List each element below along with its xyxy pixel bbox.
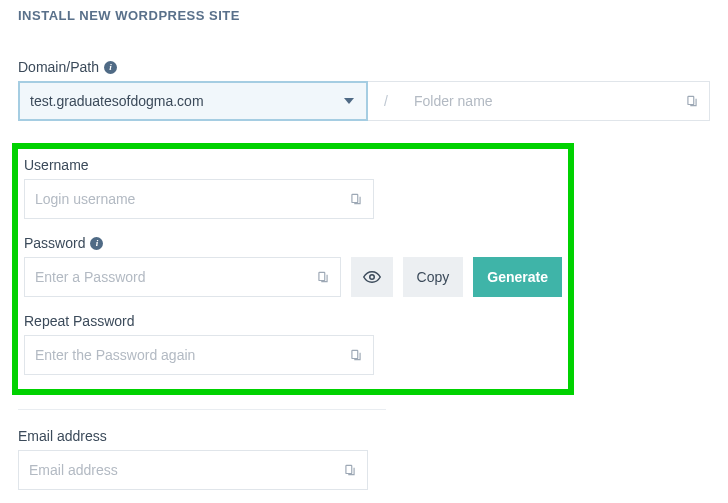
chevron-down-icon [344, 98, 354, 104]
path-separator: / [368, 81, 404, 121]
form-icon[interactable] [316, 270, 330, 284]
email-input-wrap [18, 450, 368, 490]
form-icon[interactable] [349, 192, 363, 206]
page-title: INSTALL NEW WORDPRESS SITE [18, 8, 710, 23]
username-input-wrap [24, 179, 374, 219]
svg-rect-0 [688, 96, 694, 104]
eye-icon [363, 268, 381, 286]
password-label-text: Password [24, 235, 85, 251]
password-label: Password i [24, 235, 562, 251]
domain-label: Domain/Path i [18, 59, 710, 75]
password-input[interactable] [35, 269, 316, 285]
divider [18, 409, 386, 410]
folder-input-wrap [404, 81, 710, 121]
generate-button[interactable]: Generate [473, 257, 562, 297]
copy-button[interactable]: Copy [403, 257, 464, 297]
username-label: Username [24, 157, 562, 173]
username-input[interactable] [35, 191, 349, 207]
email-label: Email address [18, 428, 710, 444]
info-icon[interactable]: i [90, 237, 103, 250]
svg-rect-4 [352, 350, 358, 358]
info-icon[interactable]: i [104, 61, 117, 74]
svg-rect-5 [346, 465, 352, 473]
form-icon[interactable] [685, 94, 699, 108]
password-input-wrap [24, 257, 341, 297]
form-icon[interactable] [349, 348, 363, 362]
svg-rect-2 [319, 272, 325, 280]
form-icon[interactable] [343, 463, 357, 477]
repeat-password-input[interactable] [35, 347, 349, 363]
svg-point-3 [369, 275, 374, 280]
email-input[interactable] [29, 462, 343, 478]
domain-select[interactable]: test.graduatesofdogma.com [18, 81, 368, 121]
domain-row: test.graduatesofdogma.com / [18, 81, 710, 121]
show-password-button[interactable] [351, 257, 393, 297]
svg-rect-1 [352, 194, 358, 202]
domain-label-text: Domain/Path [18, 59, 99, 75]
repeat-password-label: Repeat Password [24, 313, 562, 329]
repeat-password-input-wrap [24, 335, 374, 375]
domain-selected-value: test.graduatesofdogma.com [30, 93, 344, 109]
credentials-highlight: Username Password i [12, 143, 574, 395]
folder-input[interactable] [414, 93, 685, 109]
